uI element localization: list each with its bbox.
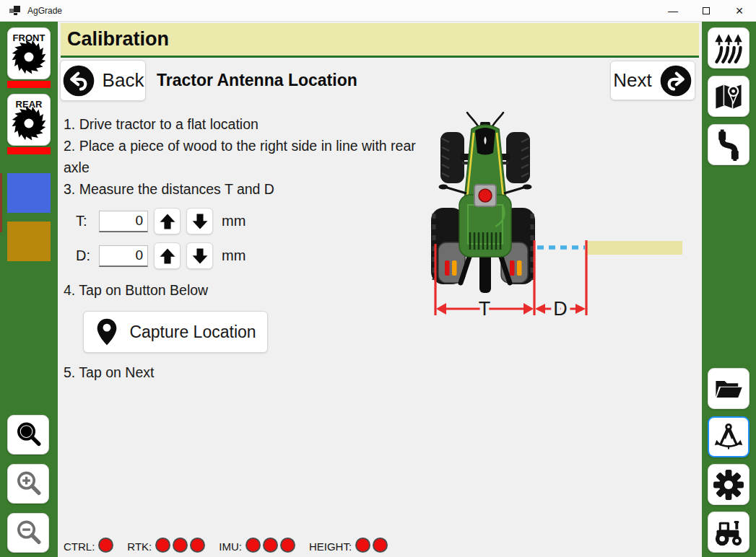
location-pin-icon [95,317,119,346]
status-dot [98,538,113,553]
rtk-status-label: RTK: [127,540,152,553]
t-field-unit: mm [222,213,246,229]
imu-status-label: IMU: [219,540,242,553]
status-dot [280,538,295,553]
next-button[interactable]: Next [610,61,695,100]
t-field-label: T: [76,213,93,229]
back-button[interactable]: Back [60,60,146,101]
imu-status-dots [246,538,297,556]
t-decrement-button[interactable] [186,208,213,234]
calibration-button[interactable] [708,416,750,457]
cable-icon [713,129,744,161]
front-blade-label: FRONT [13,33,45,43]
imu-status: IMU: [219,538,297,556]
height-status: HEIGHT: [309,538,390,556]
ctrl-status: CTRL: [64,538,116,556]
app-window: AgGrade — × FRONT REAR [0,0,756,557]
main-content: Calibration Back Tractor Antenna Locatio… [58,22,702,557]
window-title: AgGrade [27,6,62,16]
page-header-title: Calibration [67,28,169,51]
d-field-unit: mm [222,247,246,264]
t-increment-button[interactable] [154,208,181,234]
gear-icon [713,469,744,501]
zoom-fit-button[interactable] [7,415,49,455]
left-sidebar: FRONT REAR [0,22,58,557]
t-dimension-label: T [479,298,491,320]
wood-piece [587,241,682,255]
status-dot [190,538,205,553]
app-logo-icon [9,5,21,17]
arrow-up-icon [158,212,177,231]
instruction-steps: 1. Drive tractor to a flat location 2. P… [64,113,416,200]
d-field-row: D: mm [76,242,246,269]
settings-button[interactable] [708,464,750,505]
instruction-step-4: 4. Tap on Button Below [64,282,208,299]
sawblade-icon [10,38,48,76]
rtk-status: RTK: [127,538,207,556]
height-status-dots [355,538,390,556]
zoom-out-icon [12,517,45,550]
maximize-button[interactable] [690,0,723,22]
capture-location-button[interactable]: Capture Location [83,311,268,353]
rear-blade-label: REAR [16,100,43,109]
d-field-label: D: [76,247,93,264]
d-value-input[interactable] [99,245,148,267]
next-arrow-icon [659,64,692,97]
d-decrement-button[interactable] [186,242,213,269]
page-title: Tractor Antenna Location [157,60,357,101]
zoom-in-icon [12,468,45,501]
instruction-step-1: 1. Drive tractor to a flat location [64,113,416,135]
front-blade-status-bar [7,81,51,88]
edge-sliver [0,173,2,232]
back-arrow-icon [62,64,95,97]
zoom-in-button[interactable] [7,464,49,504]
tractor-antenna-diagram: T D [419,101,700,332]
status-dot [263,538,278,553]
instruction-step-5: 5. Tap on Next [64,364,154,381]
t-value-input[interactable] [99,211,148,232]
d-increment-button[interactable] [154,242,181,269]
map-button[interactable] [708,76,750,117]
capture-location-label: Capture Location [129,323,256,342]
field-levees-icon [713,32,744,64]
window-titlebar: AgGrade — × [0,0,756,22]
magnifier-icon [12,418,45,452]
page-header: Calibration [61,23,699,58]
instruction-step-3: 3. Measure the distances T and D [64,178,416,200]
arrow-down-icon [191,247,209,266]
map-pin-icon [713,81,744,113]
back-button-label: Back [103,69,144,92]
minimize-button[interactable]: — [656,0,690,22]
cable-button[interactable] [708,124,750,165]
gold-indicator-swatch [7,222,51,261]
close-button[interactable]: × [723,0,756,22]
blue-indicator-swatch [7,173,51,213]
ctrl-status-dots [98,538,116,556]
next-button-label: Next [613,69,651,92]
tractor-icon [713,517,744,548]
ctrl-status-label: CTRL: [64,540,95,553]
t-field-row: T: mm [76,208,246,234]
sawblade-icon [10,105,48,142]
d-dimension-label: D [553,298,568,320]
right-sidebar [702,22,756,557]
status-dot [355,538,370,553]
rtk-status-dots [155,538,207,556]
status-dot [155,538,170,553]
status-bar: CTRL: RTK: IMU: HEIGHT: [64,536,401,556]
tractor-settings-button[interactable] [708,512,750,553]
arrow-up-icon [158,247,177,266]
open-files-button[interactable] [708,368,750,409]
rear-blade-status-bar [7,147,51,154]
instruction-step-2: 2. Place a piece of wood to the right si… [64,135,416,178]
status-dot [173,538,188,553]
front-blade-button[interactable]: FRONT [7,27,51,79]
field-levees-button[interactable] [708,27,750,69]
rear-blade-button[interactable]: REAR [7,94,51,146]
folder-open-icon [713,373,744,405]
status-dot [373,538,388,553]
zoom-out-button[interactable] [7,513,49,553]
status-dot [246,538,261,553]
compass-icon [713,421,744,453]
height-status-label: HEIGHT: [309,540,352,553]
